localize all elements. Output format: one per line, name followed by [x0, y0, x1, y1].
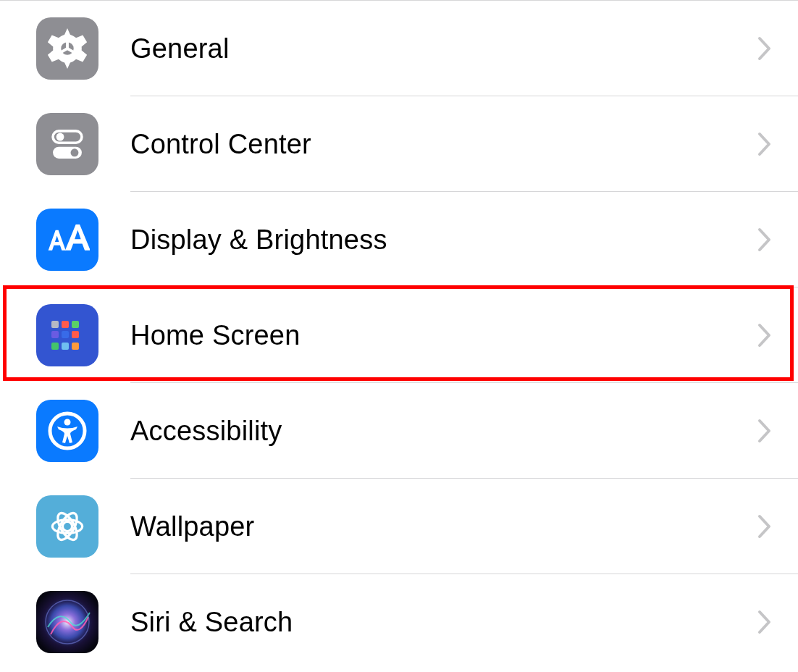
settings-list: General Control Center — [0, 0, 798, 670]
settings-item-label: Accessibility — [130, 416, 757, 447]
chevron-right-icon — [757, 323, 772, 348]
gear-icon — [36, 17, 98, 80]
chevron-right-icon — [757, 419, 772, 443]
accessibility-icon — [36, 400, 98, 462]
chevron-right-icon — [757, 514, 772, 539]
settings-item-general[interactable]: General — [0, 1, 798, 96]
svg-rect-17 — [62, 343, 69, 350]
settings-item-home-screen[interactable]: Home Screen — [0, 287, 798, 383]
settings-item-wallpaper[interactable]: Wallpaper — [0, 479, 798, 574]
svg-point-7 — [56, 133, 64, 141]
settings-item-label: Siri & Search — [130, 607, 757, 638]
wallpaper-icon — [36, 495, 98, 558]
settings-item-control-center[interactable]: Control Center — [0, 96, 798, 192]
settings-item-label: General — [130, 33, 757, 64]
svg-point-21 — [62, 521, 72, 531]
chevron-right-icon — [757, 36, 772, 61]
siri-icon — [36, 591, 98, 653]
settings-item-display-brightness[interactable]: Display & Brightness — [0, 192, 798, 287]
settings-item-label: Display & Brightness — [130, 224, 757, 256]
toggles-icon — [36, 113, 98, 175]
home-screen-icon — [36, 304, 98, 366]
chevron-right-icon — [757, 227, 772, 252]
svg-point-20 — [64, 419, 71, 426]
text-size-icon — [36, 209, 98, 271]
svg-rect-10 — [51, 321, 59, 328]
svg-rect-18 — [72, 343, 79, 350]
svg-rect-15 — [72, 331, 79, 338]
chevron-right-icon — [757, 132, 772, 156]
settings-item-label: Control Center — [130, 129, 757, 160]
svg-rect-12 — [72, 321, 79, 328]
svg-rect-14 — [62, 331, 69, 338]
svg-rect-11 — [62, 321, 69, 328]
settings-item-label: Wallpaper — [130, 511, 757, 542]
svg-rect-16 — [51, 343, 59, 350]
chevron-right-icon — [757, 610, 772, 634]
settings-item-accessibility[interactable]: Accessibility — [0, 383, 798, 479]
svg-point-9 — [71, 148, 79, 156]
settings-item-siri-search[interactable]: Siri & Search — [0, 574, 798, 670]
settings-item-label: Home Screen — [130, 320, 757, 351]
svg-rect-13 — [51, 331, 59, 338]
